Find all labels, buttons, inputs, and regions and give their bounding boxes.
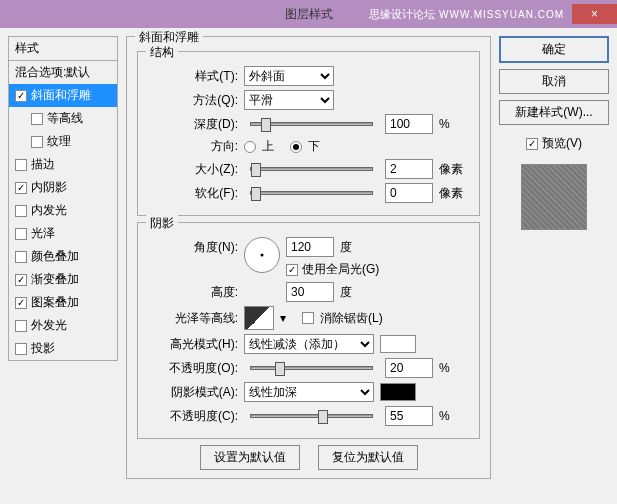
- antialias-checkbox[interactable]: [302, 312, 314, 324]
- contour-checkbox[interactable]: [31, 113, 43, 125]
- technique-select[interactable]: 平滑: [244, 90, 334, 110]
- make-default-button[interactable]: 设置为默认值: [200, 445, 300, 470]
- outer-glow-item[interactable]: 外发光: [9, 314, 117, 337]
- angle-row: 角度(N): 度 使用全局光(G): [148, 237, 469, 278]
- satin-item[interactable]: 光泽: [9, 222, 117, 245]
- altitude-input[interactable]: [286, 282, 334, 302]
- px-unit2: 像素: [439, 185, 469, 202]
- global-light-label: 使用全局光(G): [302, 261, 379, 278]
- bevel-emboss-item[interactable]: 斜面和浮雕: [9, 84, 117, 107]
- highlight-mode-row: 高光模式(H): 线性减淡（添加）: [148, 334, 469, 354]
- direction-up-radio[interactable]: [244, 141, 256, 153]
- angle-label: 角度(N):: [148, 239, 238, 256]
- bevel-checkbox[interactable]: [15, 90, 27, 102]
- drop-shadow-item[interactable]: 投影: [9, 337, 117, 360]
- global-light-checkbox[interactable]: [286, 264, 298, 276]
- main-area: 样式 混合选项:默认 斜面和浮雕 等高线 纹理 描边 内阴影 内发光 光泽 颜色…: [0, 28, 617, 504]
- preview-thumbnail: [521, 164, 587, 230]
- gradient-overlay-item[interactable]: 渐变叠加: [9, 268, 117, 291]
- deg-unit2: 度: [340, 284, 352, 301]
- ok-button[interactable]: 确定: [499, 36, 609, 63]
- close-button[interactable]: ×: [572, 4, 617, 24]
- highlight-opacity-input[interactable]: [385, 358, 433, 378]
- pattern-overlay-item[interactable]: 图案叠加: [9, 291, 117, 314]
- highlight-mode-label: 高光模式(H):: [148, 336, 238, 353]
- bottom-buttons: 设置为默认值 复位为默认值: [137, 445, 480, 470]
- antialias-label: 消除锯齿(L): [320, 310, 383, 327]
- color-overlay-item[interactable]: 颜色叠加: [9, 245, 117, 268]
- soften-slider[interactable]: [250, 191, 373, 195]
- depth-label: 深度(D):: [148, 116, 238, 133]
- shadow-opacity-label: 不透明度(C):: [148, 408, 238, 425]
- blend-options-item[interactable]: 混合选项:默认: [9, 61, 117, 84]
- gloss-contour-picker[interactable]: [244, 306, 274, 330]
- drop-shadow-checkbox[interactable]: [15, 343, 27, 355]
- structure-legend: 结构: [146, 44, 178, 61]
- cancel-button[interactable]: 取消: [499, 69, 609, 94]
- shadow-opacity-input[interactable]: [385, 406, 433, 426]
- color-overlay-checkbox[interactable]: [15, 251, 27, 263]
- direction-down-radio[interactable]: [290, 141, 302, 153]
- satin-checkbox[interactable]: [15, 228, 27, 240]
- highlight-color-swatch[interactable]: [380, 335, 416, 353]
- size-slider[interactable]: [250, 167, 373, 171]
- reset-default-button[interactable]: 复位为默认值: [318, 445, 418, 470]
- depth-input[interactable]: [385, 114, 433, 134]
- inner-shadow-item[interactable]: 内阴影: [9, 176, 117, 199]
- preview-checkbox[interactable]: [526, 138, 538, 150]
- styles-list: 混合选项:默认 斜面和浮雕 等高线 纹理 描边 内阴影 内发光 光泽 颜色叠加 …: [8, 61, 118, 361]
- soften-input[interactable]: [385, 183, 433, 203]
- size-label: 大小(Z):: [148, 161, 238, 178]
- stroke-checkbox[interactable]: [15, 159, 27, 171]
- forum-url: WWW.MISSYUAN.COM: [439, 9, 564, 20]
- percent-unit: %: [439, 117, 469, 131]
- shadow-mode-label: 阴影模式(A):: [148, 384, 238, 401]
- direction-label: 方向:: [148, 138, 238, 155]
- highlight-opacity-slider[interactable]: [250, 366, 373, 370]
- chevron-down-icon[interactable]: ▾: [280, 311, 286, 325]
- down-label: 下: [308, 138, 320, 155]
- shadow-color-swatch[interactable]: [380, 383, 416, 401]
- angle-picker[interactable]: [244, 237, 280, 273]
- altitude-label: 高度:: [148, 284, 238, 301]
- direction-row: 方向: 上 下: [148, 138, 469, 155]
- shadow-mode-select[interactable]: 线性加深: [244, 382, 374, 402]
- soften-row: 软化(F): 像素: [148, 183, 469, 203]
- gradient-overlay-checkbox[interactable]: [15, 274, 27, 286]
- texture-checkbox[interactable]: [31, 136, 43, 148]
- right-panel: 确定 取消 新建样式(W)... 预览(V): [499, 36, 609, 496]
- style-row: 样式(T): 外斜面: [148, 66, 469, 86]
- percent-unit3: %: [439, 409, 469, 423]
- new-style-button[interactable]: 新建样式(W)...: [499, 100, 609, 125]
- inner-glow-checkbox[interactable]: [15, 205, 27, 217]
- style-select[interactable]: 外斜面: [244, 66, 334, 86]
- size-row: 大小(Z): 像素: [148, 159, 469, 179]
- preview-label: 预览(V): [542, 135, 582, 152]
- up-label: 上: [262, 138, 274, 155]
- depth-slider[interactable]: [250, 122, 373, 126]
- styles-panel: 样式 混合选项:默认 斜面和浮雕 等高线 纹理 描边 内阴影 内发光 光泽 颜色…: [8, 36, 118, 496]
- style-label: 样式(T):: [148, 68, 238, 85]
- highlight-mode-select[interactable]: 线性减淡（添加）: [244, 334, 374, 354]
- outer-glow-checkbox[interactable]: [15, 320, 27, 332]
- shadow-opacity-slider[interactable]: [250, 414, 373, 418]
- gloss-row: 光泽等高线: ▾ 消除锯齿(L): [148, 306, 469, 330]
- px-unit: 像素: [439, 161, 469, 178]
- highlight-opacity-label: 不透明度(O):: [148, 360, 238, 377]
- contour-item[interactable]: 等高线: [9, 107, 117, 130]
- pattern-overlay-checkbox[interactable]: [15, 297, 27, 309]
- shadow-opacity-row: 不透明度(C): %: [148, 406, 469, 426]
- texture-item[interactable]: 纹理: [9, 130, 117, 153]
- inner-glow-item[interactable]: 内发光: [9, 199, 117, 222]
- technique-row: 方法(Q): 平滑: [148, 90, 469, 110]
- highlight-opacity-row: 不透明度(O): %: [148, 358, 469, 378]
- shadow-mode-row: 阴影模式(A): 线性加深: [148, 382, 469, 402]
- size-input[interactable]: [385, 159, 433, 179]
- titlebar: 图层样式 思缘设计论坛 WWW.MISSYUAN.COM ×: [0, 0, 617, 28]
- angle-input[interactable]: [286, 237, 334, 257]
- altitude-row: 高度: 度: [148, 282, 469, 302]
- stroke-item[interactable]: 描边: [9, 153, 117, 176]
- forum-text: 思缘设计论坛: [369, 7, 435, 22]
- inner-shadow-checkbox[interactable]: [15, 182, 27, 194]
- styles-header: 样式: [8, 36, 118, 61]
